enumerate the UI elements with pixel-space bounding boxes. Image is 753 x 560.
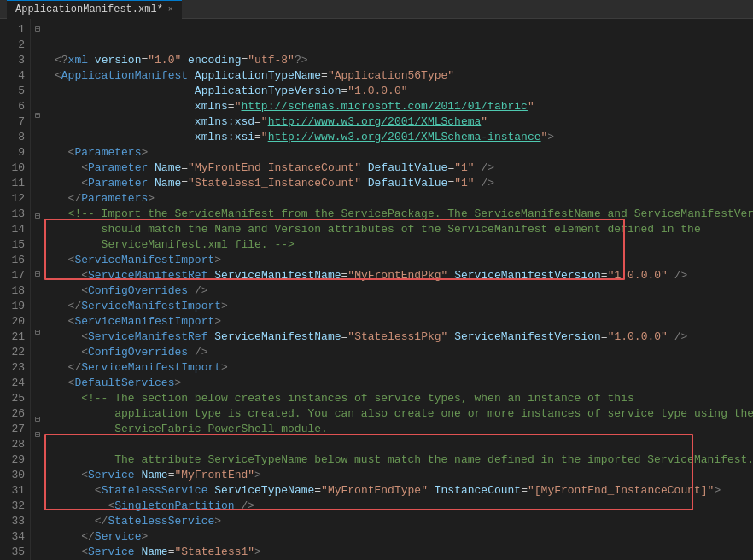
fold-btn-14[interactable]: ⊟ <box>31 209 44 225</box>
close-icon[interactable]: × <box>168 5 173 15</box>
editor-tab[interactable]: ApplicationManifest.xml* × <box>7 0 182 19</box>
fold-gutter: ⊟ ⊟ ⊟ ⊟ ⊟ ⊟ ⊟ <box>31 19 44 560</box>
fold-btn-1[interactable]: ⊟ <box>31 22 44 38</box>
fold-btn-7[interactable]: ⊟ <box>31 108 44 124</box>
tab-label: ApplicationManifest.xml* <box>15 3 163 15</box>
title-bar: ApplicationManifest.xml* × <box>0 0 753 19</box>
code-editor[interactable]: <?xml version="1.0" encoding="utf-8"?> <… <box>44 19 753 560</box>
code-text: <?xml version="1.0" encoding="utf-8"?> <… <box>55 53 753 560</box>
fold-btn-22[interactable]: ⊟ <box>31 325 44 341</box>
fold-btn-29[interactable]: ⊟ <box>31 428 44 443</box>
fold-btn-18[interactable]: ⊟ <box>31 267 44 283</box>
fold-btn-28[interactable]: ⊟ <box>31 412 44 428</box>
line-numbers: 12345 678910 1112131415 1617181920 21222… <box>0 19 31 560</box>
